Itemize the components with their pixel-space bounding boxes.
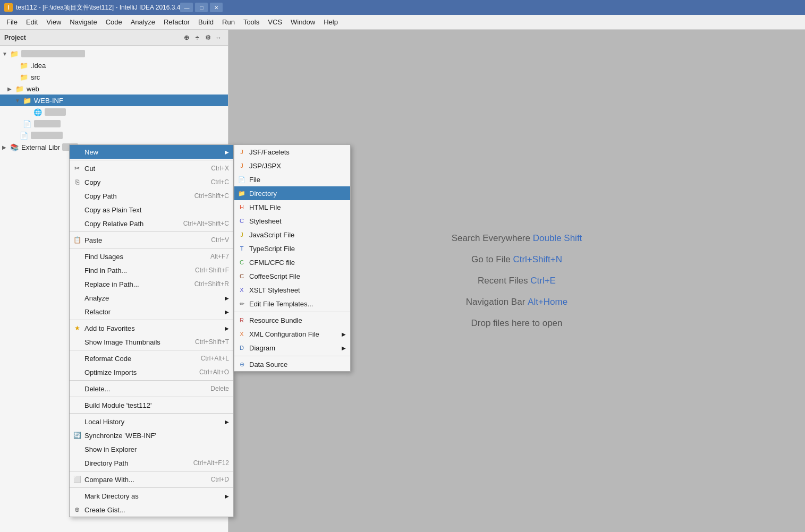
- ctx-item-directory-path[interactable]: Directory PathCtrl+Alt+F12: [70, 456, 233, 470]
- ctx-shortcut-delete-: Delete: [210, 385, 229, 392]
- ctx-item-refactor[interactable]: Refactor▶: [70, 305, 233, 319]
- sub-label-edit-file-templates-: Edit File Templates...: [249, 300, 346, 308]
- menu-item-navigate[interactable]: Navigate: [65, 16, 101, 28]
- tree-arrow-web: ▶: [7, 86, 15, 92]
- menu-item-code[interactable]: Code: [101, 16, 126, 28]
- tree-row-test112[interactable]: 📄: [0, 130, 228, 141]
- tree-row-index[interactable]: 📄: [0, 118, 228, 130]
- sub-label-jsf-facelets: JSF/Facelets: [249, 148, 346, 156]
- ctx-item-cut[interactable]: ✂CutCtrl+X: [70, 161, 233, 175]
- close-button[interactable]: ✕: [210, 3, 223, 12]
- menu-item-refactor[interactable]: Refactor: [159, 16, 194, 28]
- sub-item-jsp-jspx[interactable]: JJSP/JSPX: [234, 159, 350, 173]
- sub-separator-12: [234, 312, 350, 312]
- ctx-item-show-image-thumbnails[interactable]: Show Image ThumbnailsCtrl+Shift+T: [70, 335, 233, 349]
- sub-item-typescript-file[interactable]: TTypeScript File: [234, 242, 350, 255]
- ctx-item-optimize-imports[interactable]: Optimize ImportsCtrl+Alt+O: [70, 365, 233, 379]
- tree-row-root[interactable]: ▼ 📁: [0, 48, 228, 59]
- sub-icon-file: 📄: [238, 175, 246, 184]
- ctx-item-mark-directory-as[interactable]: Mark Directory as▶: [70, 489, 233, 503]
- sub-item-javascript-file[interactable]: JJavaScript File: [234, 228, 350, 242]
- sub-icon-html-file: H: [238, 203, 246, 211]
- menu-item-vcs[interactable]: VCS: [264, 16, 286, 28]
- ctx-item-build-module-test112-[interactable]: Build Module 'test112': [70, 398, 233, 412]
- ctx-item-copy[interactable]: ⎘CopyCtrl+C: [70, 175, 233, 189]
- ctx-item-copy-relative-path[interactable]: Copy Relative PathCtrl+Alt+Shift+C: [70, 217, 233, 230]
- ctx-item-copy-as-plain-text[interactable]: Copy as Plain Text: [70, 203, 233, 217]
- sub-label-javascript-file: JavaScript File: [249, 231, 346, 239]
- ctx-item-reformat-code[interactable]: Reformat CodeCtrl+Alt+L: [70, 351, 233, 365]
- ctx-item-copy-path[interactable]: Copy PathCtrl+Shift+C: [70, 189, 233, 203]
- main-area: Project ⊕ ÷ ⚙ ↔ ▼ 📁 📁 .idea 📁: [0, 30, 805, 532]
- sub-item-stylesheet[interactable]: CStylesheet: [234, 214, 350, 228]
- ctx-item-compare-with-[interactable]: ⬜Compare With...Ctrl+D: [70, 473, 233, 486]
- minimize-button[interactable]: —: [180, 3, 193, 12]
- sub-item-xslt-stylesheet[interactable]: XXSLT Stylesheet: [234, 283, 350, 297]
- tree-row-idea[interactable]: 📁 .idea: [0, 59, 228, 71]
- menu-item-file[interactable]: File: [2, 16, 22, 28]
- menu-item-build[interactable]: Build: [194, 16, 218, 28]
- ctx-item-replace-in-path-[interactable]: Replace in Path...Ctrl+Shift+R: [70, 277, 233, 291]
- menu-item-window[interactable]: Window: [286, 16, 319, 28]
- ctx-item-synchronize-web-inf-[interactable]: 🔄Synchronize 'WEB-INF': [70, 428, 233, 442]
- lib-icon-extlibs: 📚: [10, 142, 19, 152]
- ctx-shortcut-reformat-code: Ctrl+Alt+L: [201, 355, 229, 362]
- ctx-separator-32: [70, 487, 233, 488]
- sub-label-coffeescript-file: CoffeeScript File: [249, 272, 346, 280]
- ctx-shortcut-compare-with-: Ctrl+D: [211, 476, 229, 483]
- ctx-item-find-usages[interactable]: Find UsagesAlt+F7: [70, 250, 233, 263]
- panel-gear-icon[interactable]: ⚙: [202, 32, 213, 43]
- tree-row-web[interactable]: ▶ 📁 web: [0, 83, 228, 95]
- ctx-separator-7: [70, 231, 233, 232]
- sub-icon-typescript-file: T: [238, 244, 246, 253]
- panel-expand-icon[interactable]: ↔: [213, 32, 224, 43]
- ctx-separator-9: [70, 248, 233, 248]
- tree-row-we[interactable]: 🌐: [0, 106, 228, 118]
- ctx-item-new[interactable]: New▶: [70, 145, 233, 159]
- menu-item-tools[interactable]: Tools: [239, 16, 264, 28]
- sub-item-coffeescript-file[interactable]: CCoffeeScript File: [234, 269, 350, 283]
- sub-icon-data-source: ⊕: [238, 360, 246, 368]
- ctx-shortcut-copy: Ctrl+C: [211, 178, 229, 186]
- sub-label-file: File: [249, 176, 346, 184]
- menu-item-edit[interactable]: Edit: [22, 16, 42, 28]
- sub-item-data-source[interactable]: ⊕Data Source: [234, 357, 350, 371]
- ctx-separator-30: [70, 471, 233, 471]
- tree-arrow-root: ▼: [2, 51, 10, 57]
- ctx-label-copy-as-plain-text: Copy as Plain Text: [84, 206, 229, 214]
- menu-item-view[interactable]: View: [42, 16, 65, 28]
- ctx-item-delete-[interactable]: Delete...Delete: [70, 382, 233, 396]
- ctx-separator-18: [70, 350, 233, 350]
- tree-row-src[interactable]: 📁 src: [0, 71, 228, 83]
- sub-item-html-file[interactable]: HHTML File: [234, 200, 350, 214]
- sub-item-cfml-cfc-file[interactable]: CCFML/CFC file: [234, 255, 350, 269]
- sub-item-xml-configuration-file[interactable]: XXML Configuration File▶: [234, 327, 350, 341]
- sub-arrow-diagram: ▶: [342, 345, 346, 351]
- restore-button[interactable]: □: [195, 3, 208, 12]
- sub-item-resource-bundle[interactable]: RResource Bundle: [234, 313, 350, 327]
- ctx-item-show-in-explorer[interactable]: Show in Explorer: [70, 442, 233, 456]
- menu-item-help[interactable]: Help: [319, 16, 342, 28]
- ctx-shortcut-copy-relative-path: Ctrl+Alt+Shift+C: [183, 220, 229, 227]
- sub-item-edit-file-templates-[interactable]: ✏Edit File Templates...: [234, 297, 350, 311]
- ctx-item-create-gist-[interactable]: ⊕Create Gist...: [70, 503, 233, 517]
- menu-item-analyze[interactable]: Analyze: [126, 16, 159, 28]
- panel-collapse-icon[interactable]: ÷: [192, 32, 202, 43]
- ctx-item-analyze[interactable]: Analyze▶: [70, 291, 233, 305]
- hint-goto-file-text: Go to File: [471, 254, 513, 264]
- ctx-label-paste: Paste: [84, 236, 200, 244]
- menu-item-run[interactable]: Run: [218, 16, 239, 28]
- ctx-item-add-to-favorites[interactable]: ★Add to Favorites▶: [70, 321, 233, 335]
- folder-icon-idea: 📁: [19, 61, 29, 70]
- ctx-item-local-history[interactable]: Local History▶: [70, 415, 233, 428]
- sub-icon-jsp-jspx: J: [238, 161, 246, 170]
- sub-item-jsf-facelets[interactable]: JJSF/Facelets: [234, 145, 350, 159]
- tree-row-webinf[interactable]: ▼ 📁 WEB-INF: [0, 95, 228, 106]
- ctx-item-paste[interactable]: 📋PasteCtrl+V: [70, 233, 233, 247]
- ctx-item-find-in-path-[interactable]: Find in Path...Ctrl+Shift+F: [70, 263, 233, 277]
- sub-item-directory[interactable]: 📁Directory: [234, 186, 350, 200]
- sub-item-diagram[interactable]: DDiagram▶: [234, 341, 350, 355]
- panel-settings-icon[interactable]: ⊕: [181, 32, 192, 43]
- ctx-label-mark-directory-as: Mark Directory as: [84, 492, 223, 500]
- sub-item-file[interactable]: 📄File: [234, 173, 350, 186]
